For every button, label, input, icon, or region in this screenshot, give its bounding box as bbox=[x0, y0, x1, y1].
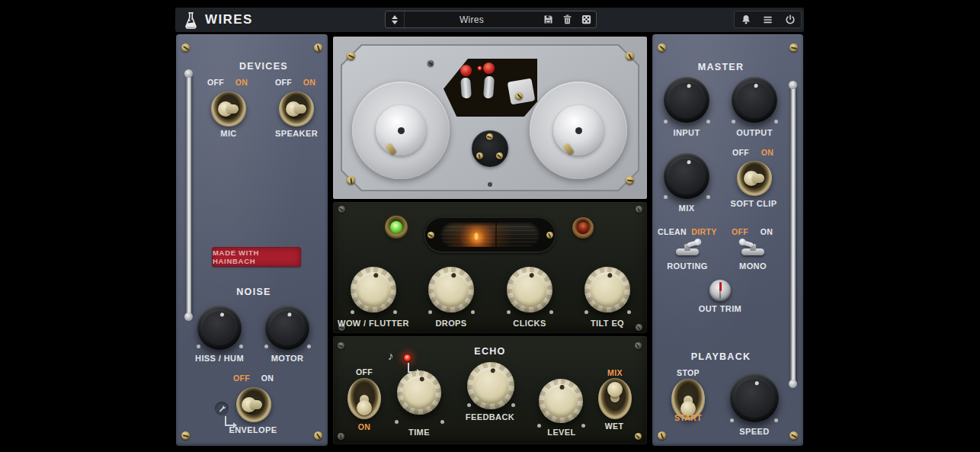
speed-label: SPEED bbox=[724, 427, 785, 436]
range-dot bbox=[507, 310, 511, 314]
soft-clip-toggle[interactable] bbox=[737, 161, 772, 196]
notifications-button[interactable] bbox=[736, 11, 755, 27]
mono-off-label: OFF bbox=[725, 227, 755, 236]
tilt-eq-label: TILT EQ bbox=[565, 319, 649, 328]
note-sync-icon[interactable]: ♪ bbox=[388, 349, 394, 362]
power-button[interactable] bbox=[780, 11, 799, 27]
menu-button[interactable] bbox=[758, 11, 777, 27]
reel-spindle-right bbox=[575, 127, 582, 134]
window-controls bbox=[734, 11, 802, 28]
start-label: START bbox=[665, 413, 711, 422]
stop-label: STOP bbox=[665, 368, 711, 377]
echo-time-knob[interactable] bbox=[397, 370, 441, 415]
range-dot bbox=[706, 120, 710, 123]
echo-level-knob[interactable] bbox=[539, 379, 583, 423]
range-dot bbox=[730, 418, 734, 422]
range-dot bbox=[774, 418, 778, 422]
mono-toggle[interactable] bbox=[739, 239, 767, 256]
speaker-on-label: ON bbox=[294, 78, 325, 87]
knob-pointer bbox=[729, 75, 779, 124]
knob-pointer bbox=[464, 359, 517, 412]
range-dot bbox=[732, 120, 735, 123]
screw bbox=[338, 206, 345, 213]
speaker-toggle[interactable] bbox=[279, 91, 314, 127]
screw bbox=[546, 232, 553, 239]
echo-power-toggle[interactable] bbox=[347, 378, 381, 419]
range-dot bbox=[428, 310, 432, 314]
toggle-lever-stub bbox=[250, 400, 262, 409]
screw bbox=[626, 176, 634, 184]
screw bbox=[658, 431, 666, 440]
echo-time-label: TIME bbox=[389, 428, 450, 437]
knob-pointer bbox=[581, 263, 634, 316]
head-bracket bbox=[508, 78, 536, 104]
wrench-icon bbox=[218, 405, 226, 413]
bell-icon bbox=[740, 14, 752, 26]
routing-toggle[interactable] bbox=[674, 239, 701, 256]
echo-title: ECHO bbox=[444, 346, 536, 357]
knob-pointer bbox=[262, 303, 312, 353]
range-dot bbox=[627, 310, 631, 314]
drops-knob[interactable] bbox=[428, 267, 474, 313]
save-preset-button[interactable] bbox=[539, 11, 558, 27]
knob-pointer bbox=[194, 302, 245, 353]
clicks-knob[interactable] bbox=[507, 267, 552, 313]
screw bbox=[658, 43, 666, 52]
terminal-post bbox=[460, 65, 472, 76]
range-dot bbox=[664, 120, 668, 123]
floppy-disk-icon bbox=[543, 14, 554, 25]
screw bbox=[496, 152, 503, 159]
envelope-settings-button[interactable] bbox=[215, 402, 229, 415]
dice-icon bbox=[581, 14, 592, 25]
out-trim-knob[interactable] bbox=[709, 280, 731, 301]
random-preset-button[interactable] bbox=[577, 11, 596, 27]
speed-knob[interactable] bbox=[730, 373, 779, 422]
app-title: WIRES bbox=[205, 12, 253, 27]
knob-pointer bbox=[504, 264, 556, 316]
reel-spindle-left bbox=[398, 127, 405, 134]
mono-label: MONO bbox=[722, 261, 783, 271]
right-panel: MASTER INPUT OUTPUT MIX OFF ON SOFT CLIP… bbox=[652, 34, 803, 446]
playback-title: PLAYBACK bbox=[675, 351, 767, 362]
soft-clip-label: SOFT CLIP bbox=[716, 199, 792, 208]
envelope-toggle[interactable] bbox=[236, 387, 271, 422]
envelope-label: ENVELOPE bbox=[207, 425, 299, 434]
motor-knob[interactable] bbox=[265, 306, 309, 350]
contact-terminal bbox=[483, 76, 495, 99]
preset-name[interactable]: Wires bbox=[405, 14, 539, 25]
mic-toggle[interactable] bbox=[211, 91, 246, 127]
wow-flutter-knob[interactable] bbox=[351, 267, 396, 313]
soft-clip-on-label: ON bbox=[752, 148, 783, 157]
echo-on-label: ON bbox=[349, 422, 380, 431]
range-dot bbox=[393, 310, 397, 314]
echo-feedback-knob[interactable] bbox=[467, 362, 514, 409]
hiss-hum-knob[interactable] bbox=[197, 306, 242, 350]
toggle-lever-stub bbox=[752, 174, 764, 183]
preset-prev-icon[interactable] bbox=[392, 15, 398, 19]
delete-preset-button[interactable] bbox=[558, 11, 577, 27]
contact-terminal bbox=[460, 78, 472, 99]
output-knob[interactable] bbox=[732, 77, 777, 123]
tilt-eq-knob[interactable] bbox=[584, 267, 630, 313]
knob-pointer bbox=[661, 150, 713, 202]
input-knob[interactable] bbox=[664, 77, 709, 123]
made-with-hainbach-badge[interactable]: MADE WITH HAINBACH bbox=[212, 247, 301, 267]
capstan-hub bbox=[472, 130, 508, 167]
preset-stepper[interactable] bbox=[386, 11, 405, 27]
mic-on-label: ON bbox=[226, 78, 257, 87]
master-mix-knob[interactable] bbox=[664, 153, 709, 199]
screw bbox=[181, 43, 190, 52]
screw bbox=[338, 342, 344, 349]
mix-label: MIX bbox=[600, 368, 630, 377]
sync-led bbox=[403, 354, 412, 362]
range-dot bbox=[440, 420, 444, 424]
knob-pointer bbox=[661, 74, 713, 126]
knob-pointer bbox=[347, 263, 400, 316]
knob-pointer bbox=[537, 377, 585, 425]
power-icon bbox=[784, 14, 796, 26]
preset-next-icon[interactable] bbox=[392, 21, 398, 24]
speaker-label: SPEAKER bbox=[266, 129, 327, 138]
echo-level-label: LEVEL bbox=[531, 428, 592, 437]
knob-pointer bbox=[424, 263, 478, 316]
mix-wet-toggle[interactable] bbox=[598, 378, 632, 419]
